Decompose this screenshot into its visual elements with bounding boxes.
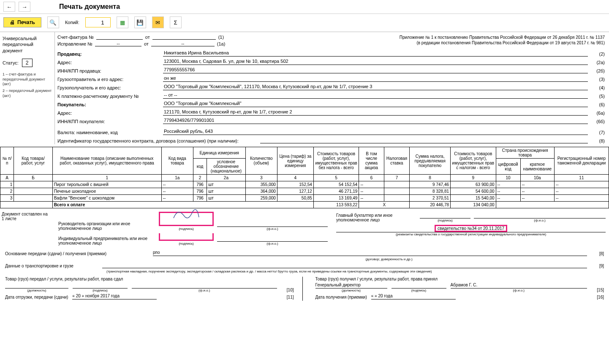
correction-row: Исправление № -- от -- (1а): [57, 41, 362, 46]
items-table-wrap: № п/п Код товара/ работ, услуг Наименова…: [0, 147, 609, 208]
field-row: Грузоотправитель и его адрес:он же(3): [57, 74, 605, 82]
field-row: Покупатель:ООО "Торговый дом "Комплексны…: [57, 100, 605, 107]
email-button[interactable]: ✉: [152, 16, 164, 28]
spreadsheet-button[interactable]: ▦: [117, 16, 128, 28]
items-table: № п/п Код товара/ работ, услуг Наименова…: [0, 147, 609, 208]
table-row: 3Вафли "Венские" с шоколадом--796шт259,0…: [0, 195, 609, 202]
copies-input[interactable]: [85, 17, 111, 27]
field-row: Адрес:121170, Москва г, Кутузовский пр-к…: [57, 108, 605, 116]
appendix-note: Приложение № 1 к постановлению Правитель…: [362, 35, 605, 46]
sidebar: Универсальный передаточный документ Стат…: [0, 32, 55, 144]
field-row: Валюта: наименование, кодРоссийский рубл…: [57, 127, 605, 135]
table-row: 2Печенье шоколадное--796шт364,000127,124…: [0, 188, 609, 195]
sum-button[interactable]: Σ: [170, 16, 182, 28]
table-row: 1Пирог тирольский с вишней--796шт355,000…: [0, 181, 609, 188]
status-value: 2: [22, 59, 33, 67]
status-row: Статус: 2: [3, 59, 52, 67]
field-row: Грузополучатель и его адрес:ООО "Торговы…: [57, 83, 605, 90]
field-row: К платежно-расчетному документу №-- от -…: [57, 91, 605, 99]
legend1: 1 – счет-фактура и передаточный документ…: [3, 72, 52, 87]
footer-section: Основание передачи (сдачи) / получения (…: [0, 248, 609, 302]
legend2: 2 – передаточный документ (акт): [3, 89, 52, 98]
field-row: ИНН/КПП продавца:779955555766(2б): [57, 66, 605, 73]
action-toolbar: 🖨Печать 🔍 Копий: ▦ 💾 ✉ Σ: [0, 14, 609, 32]
copies-label: Копий:: [65, 20, 79, 25]
forward-button[interactable]: →: [19, 2, 30, 12]
total-row: Всего к оплате 113 593,22 Х 20 446,78 13…: [0, 202, 609, 208]
main-area: Счет-фактура № от (1) Исправление № -- о…: [55, 32, 609, 144]
save-button[interactable]: 💾: [134, 16, 146, 28]
content-area: Универсальный передаточный документ Стат…: [0, 32, 609, 144]
back-button[interactable]: ←: [3, 2, 15, 12]
print-button[interactable]: 🖨Печать: [3, 17, 41, 27]
field-row: Адрес:123001, Москва г, Садовая Б. ул, д…: [57, 57, 605, 65]
page-title: Печать документа: [59, 3, 120, 11]
sheets-info: Документ составлен на 1 листе: [0, 210, 55, 248]
preview-button[interactable]: 🔍: [47, 16, 59, 28]
field-row: Идентификатор государственного контракта…: [57, 136, 605, 143]
certificate-highlight: свидетельство №34 от 20.11.2017: [435, 225, 507, 232]
top-toolbar: ← → Печать документа: [0, 0, 609, 14]
invoice-number-row: Счет-фактура № от (1): [57, 35, 362, 40]
signature-block: Документ составлен на 1 листе Руководите…: [0, 210, 609, 248]
doc-type: Универсальный передаточный документ: [3, 35, 52, 54]
field-row: ИНН/КПП покупателя:7799434926/779901001(…: [57, 116, 605, 124]
signature-icon: [169, 205, 203, 222]
printer-icon: 🖨: [10, 19, 15, 25]
field-row: Продавец:Никитаева Ирина Васильевна(2): [57, 49, 605, 57]
